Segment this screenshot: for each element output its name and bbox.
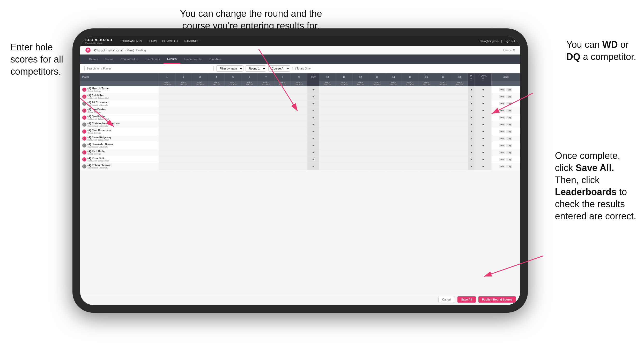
hole-7-score[interactable] bbox=[258, 142, 274, 149]
hole-1-score[interactable] bbox=[159, 163, 175, 170]
hole-16-score[interactable] bbox=[418, 135, 435, 142]
tab-teams[interactable]: Teams bbox=[101, 55, 117, 64]
nav-committee[interactable]: COMMITTEE bbox=[162, 40, 179, 43]
publish-button[interactable]: Publish Round Scores bbox=[478, 296, 516, 303]
hole-14-score[interactable] bbox=[385, 100, 402, 107]
hole-8-score[interactable] bbox=[274, 114, 291, 121]
hole-10-score[interactable] bbox=[319, 142, 336, 149]
hole-16-score[interactable] bbox=[418, 93, 435, 100]
hole-12-score[interactable] bbox=[352, 135, 369, 142]
hole-10-score[interactable] bbox=[319, 128, 336, 135]
wd-button[interactable]: WD bbox=[499, 109, 505, 112]
hole-8-score[interactable] bbox=[274, 163, 291, 170]
hole-15-score[interactable] bbox=[402, 107, 418, 114]
hole-10-score[interactable] bbox=[319, 86, 336, 93]
hole-3-score[interactable] bbox=[192, 107, 208, 114]
hole-2-score[interactable] bbox=[175, 100, 192, 107]
hole-3-score[interactable] bbox=[192, 135, 208, 142]
hole-17-score[interactable] bbox=[435, 86, 451, 93]
hole-17-score[interactable] bbox=[435, 107, 451, 114]
hole-2-score[interactable] bbox=[175, 149, 192, 156]
hole-10-score[interactable] bbox=[319, 93, 336, 100]
hole-3-score[interactable] bbox=[192, 128, 208, 135]
round-select[interactable]: Round 1 bbox=[246, 65, 266, 72]
hole-17-score[interactable] bbox=[435, 142, 451, 149]
hole-6-score[interactable] bbox=[241, 142, 258, 149]
hole-6-score[interactable] bbox=[241, 121, 258, 128]
hole-9-score[interactable] bbox=[291, 163, 307, 170]
wd-button[interactable]: WD bbox=[499, 88, 505, 91]
hole-4-score[interactable] bbox=[208, 107, 225, 114]
hole-4-score[interactable] bbox=[208, 93, 225, 100]
hole-2-score[interactable] bbox=[175, 121, 192, 128]
hole-5-score[interactable] bbox=[225, 135, 241, 142]
hole-8-score[interactable] bbox=[274, 128, 291, 135]
hole-2-score[interactable] bbox=[175, 114, 192, 121]
wd-button[interactable]: WD bbox=[499, 102, 505, 105]
hole-7-score[interactable] bbox=[258, 121, 274, 128]
hole-2-score[interactable] bbox=[175, 135, 192, 142]
dq-button[interactable]: DQ bbox=[506, 144, 512, 147]
hole-8-score[interactable] bbox=[274, 121, 291, 128]
hole-11-score[interactable] bbox=[336, 128, 352, 135]
hole-14-score[interactable] bbox=[385, 142, 402, 149]
hole-17-score[interactable] bbox=[435, 128, 451, 135]
hole-14-score[interactable] bbox=[385, 149, 402, 156]
hole-13-score[interactable] bbox=[369, 156, 385, 163]
hole-14-score[interactable] bbox=[385, 86, 402, 93]
nav-teams[interactable]: TEAMS bbox=[147, 40, 157, 43]
hole-9-score[interactable] bbox=[291, 135, 307, 142]
hole-12-score[interactable] bbox=[352, 107, 369, 114]
hole-7-score[interactable] bbox=[258, 93, 274, 100]
hole-11-score[interactable] bbox=[336, 149, 352, 156]
hole-18-score[interactable] bbox=[451, 93, 468, 100]
wd-button[interactable]: WD bbox=[499, 116, 505, 119]
hole-6-score[interactable] bbox=[241, 135, 258, 142]
hole-15-score[interactable] bbox=[402, 93, 418, 100]
hole-12-score[interactable] bbox=[352, 121, 369, 128]
totals-only-checkbox[interactable] bbox=[292, 67, 295, 70]
hole-15-score[interactable] bbox=[402, 100, 418, 107]
hole-3-score[interactable] bbox=[192, 86, 208, 93]
tab-results[interactable]: Results bbox=[164, 55, 180, 64]
hole-9-score[interactable] bbox=[291, 93, 307, 100]
hole-18-score[interactable] bbox=[451, 121, 468, 128]
nav-rankings[interactable]: RANKINGS bbox=[184, 40, 199, 43]
dq-button[interactable]: DQ bbox=[506, 102, 512, 105]
wd-button[interactable]: WD bbox=[499, 95, 505, 98]
tab-leaderboards[interactable]: Leaderboards bbox=[180, 55, 205, 64]
hole-1-score[interactable] bbox=[159, 156, 175, 163]
cancel-tournament-btn[interactable]: Cancel X bbox=[503, 49, 515, 52]
hole-9-score[interactable] bbox=[291, 121, 307, 128]
hole-1-score[interactable] bbox=[159, 93, 175, 100]
hole-11-score[interactable] bbox=[336, 107, 352, 114]
hole-7-score[interactable] bbox=[258, 86, 274, 93]
hole-6-score[interactable] bbox=[241, 100, 258, 107]
hole-13-score[interactable] bbox=[369, 107, 385, 114]
hole-13-score[interactable] bbox=[369, 86, 385, 93]
save-all-button[interactable]: Save All bbox=[457, 296, 476, 303]
hole-17-score[interactable] bbox=[435, 163, 451, 170]
hole-5-score[interactable] bbox=[225, 86, 241, 93]
hole-10-score[interactable] bbox=[319, 156, 336, 163]
tab-tee-groups[interactable]: Tee Groups bbox=[142, 55, 164, 64]
hole-4-score[interactable] bbox=[208, 163, 225, 170]
hole-2-score[interactable] bbox=[175, 86, 192, 93]
hole-5-score[interactable] bbox=[225, 114, 241, 121]
cancel-button[interactable]: Cancel bbox=[438, 296, 455, 303]
hole-8-score[interactable] bbox=[274, 135, 291, 142]
hole-1-score[interactable] bbox=[159, 86, 175, 93]
hole-9-score[interactable] bbox=[291, 156, 307, 163]
hole-4-score[interactable] bbox=[208, 135, 225, 142]
hole-11-score[interactable] bbox=[336, 142, 352, 149]
hole-2-score[interactable] bbox=[175, 142, 192, 149]
hole-15-score[interactable] bbox=[402, 156, 418, 163]
hole-15-score[interactable] bbox=[402, 114, 418, 121]
hole-15-score[interactable] bbox=[402, 121, 418, 128]
hole-16-score[interactable] bbox=[418, 163, 435, 170]
hole-6-score[interactable] bbox=[241, 149, 258, 156]
hole-18-score[interactable] bbox=[451, 163, 468, 170]
hole-5-score[interactable] bbox=[225, 128, 241, 135]
hole-14-score[interactable] bbox=[385, 128, 402, 135]
hole-11-score[interactable] bbox=[336, 86, 352, 93]
